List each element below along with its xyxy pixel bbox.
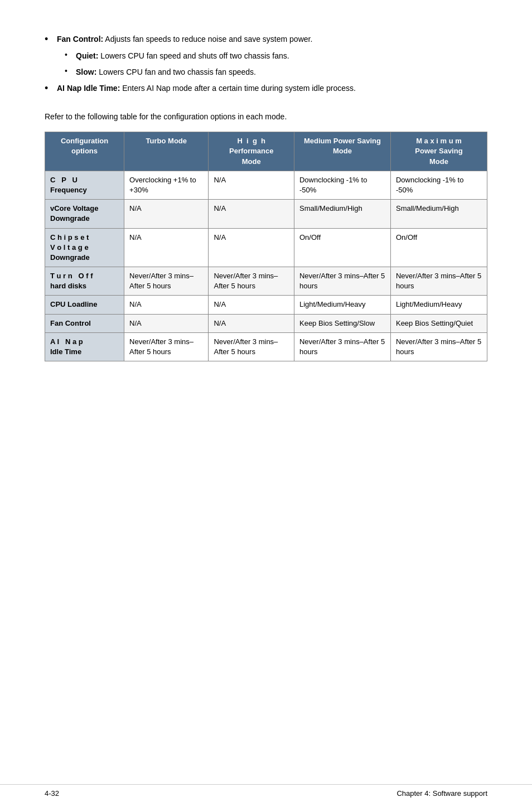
- table-row-cpu-loadline: CPU Loadline N/A N/A Light/Medium/Heavy …: [45, 296, 487, 314]
- td-label-chipset: C h i p s e tV o l t a g eDowngrade: [45, 228, 124, 267]
- td-high-vcore: N/A: [209, 200, 294, 228]
- td-max-loadline: Light/Medium/Heavy: [390, 296, 487, 314]
- table-header-row: Configuration options Turbo Mode H i g h…: [45, 132, 487, 171]
- td-label-turn-off: T u r n O f fhard disks: [45, 267, 124, 296]
- td-medium-fan: Keep Bios Setting/Slow: [294, 314, 390, 332]
- td-high-fan: N/A: [209, 314, 294, 332]
- config-table: Configuration options Turbo Mode H i g h…: [45, 132, 487, 361]
- table-row-cpu-freq: C P UFrequency Overclocking +1% to +30% …: [45, 171, 487, 199]
- td-max-ainap: Never/After 3 mins–After 5 hours: [390, 332, 487, 361]
- refer-paragraph: Refer to the following table for the con…: [45, 111, 487, 123]
- th-config-options: Configuration options: [45, 132, 124, 171]
- td-turbo-cpu-freq: Overclocking +1% to +30%: [124, 171, 209, 199]
- td-turbo-turn-off: Never/After 3 mins–After 5 hours: [124, 267, 209, 296]
- td-max-turn-off: Never/After 3 mins–After 5 hours: [390, 267, 487, 296]
- table-row-fan-control: Fan Control N/A N/A Keep Bios Setting/Sl…: [45, 314, 487, 332]
- td-medium-vcore: Small/Medium/High: [294, 200, 390, 228]
- footer-chapter: Chapter 4: Software support: [396, 789, 487, 798]
- bullet-sub-label: Quiet:: [76, 51, 98, 60]
- bullet-label-2: AI Nap Idle Time:: [57, 84, 120, 93]
- td-label-ainap: A I N a pIdle Time: [45, 332, 124, 361]
- bullet-sub-text-2: Slow: Lowers CPU fan and two chassis fan…: [76, 66, 256, 78]
- bullet-desc-2: Enters AI Nap mode after a certain time …: [120, 84, 356, 93]
- bullet-sub-dot: •: [65, 50, 74, 60]
- bullet-list: • Fan Control: Adjusts fan speeds to red…: [45, 33, 487, 94]
- bullet-sub-dot-2: •: [65, 66, 74, 76]
- bullet-dot-2: •: [45, 83, 55, 95]
- bullet-sub-label-2: Slow:: [76, 67, 96, 76]
- td-turbo-loadline: N/A: [124, 296, 209, 314]
- bullet-text-2: AI Nap Idle Time: Enters AI Nap mode aft…: [57, 83, 356, 94]
- td-high-ainap: Never/After 3 mins–After 5 hours: [209, 332, 294, 361]
- td-max-fan: Keep Bios Setting/Quiet: [390, 314, 487, 332]
- th-medium-power: Medium Power Saving Mode: [294, 132, 390, 171]
- td-max-chipset: On/Off: [390, 228, 487, 267]
- td-medium-ainap: Never/After 3 mins–After 5 hours: [294, 332, 390, 361]
- bullet-dot: •: [45, 33, 55, 46]
- td-high-cpu-freq: N/A: [209, 171, 294, 199]
- td-high-turn-off: Never/After 3 mins–After 5 hours: [209, 267, 294, 296]
- bullet-item-quiet: • Quiet: Lowers CPU fan speed and shuts …: [65, 50, 487, 62]
- bullet-item-slow: • Slow: Lowers CPU fan and two chassis f…: [65, 66, 487, 78]
- td-label-fan-control: Fan Control: [45, 314, 124, 332]
- td-high-loadline: N/A: [209, 296, 294, 314]
- td-medium-chipset: On/Off: [294, 228, 390, 267]
- bullet-label: Fan Control:: [57, 35, 103, 44]
- td-label-cpu-freq: C P UFrequency: [45, 171, 124, 199]
- td-turbo-vcore: N/A: [124, 200, 209, 228]
- td-label-vcore: vCore Voltage Downgrade: [45, 200, 124, 228]
- td-medium-turn-off: Never/After 3 mins–After 5 hours: [294, 267, 390, 296]
- bullet-item-fan-control: • Fan Control: Adjusts fan speeds to red…: [45, 33, 487, 46]
- bullet-item-ainap: • AI Nap Idle Time: Enters AI Nap mode a…: [45, 83, 487, 95]
- td-turbo-chipset: N/A: [124, 228, 209, 267]
- bullet-desc: Adjusts fan speeds to reduce noise and s…: [103, 35, 312, 44]
- bullet-sub-desc-2: Lowers CPU fan and two chassis fan speed…: [96, 67, 256, 76]
- bullet-sub-text: Quiet: Lowers CPU fan speed and shuts of…: [76, 50, 289, 62]
- td-max-vcore: Small/Medium/High: [390, 200, 487, 228]
- footer-bar: 4-32 Chapter 4: Software support: [0, 784, 532, 802]
- footer-page-number: 4-32: [45, 789, 59, 798]
- bullet-sub-desc: Lowers CPU fan speed and shuts off two c…: [98, 51, 289, 60]
- table-row-ainap: A I N a pIdle Time Never/After 3 mins–Af…: [45, 332, 487, 361]
- td-medium-loadline: Light/Medium/Heavy: [294, 296, 390, 314]
- td-max-cpu-freq: Downclocking -1% to -50%: [390, 171, 487, 199]
- bullet-text: Fan Control: Adjusts fan speeds to reduc…: [57, 33, 312, 45]
- table-row-chipset: C h i p s e tV o l t a g eDowngrade N/A …: [45, 228, 487, 267]
- table-row-turn-off: T u r n O f fhard disks Never/After 3 mi…: [45, 267, 487, 296]
- th-maximum-power: M a x i m u mPower SavingMode: [390, 132, 487, 171]
- td-turbo-fan: N/A: [124, 314, 209, 332]
- th-turbo-mode: Turbo Mode: [124, 132, 209, 171]
- td-turbo-ainap: Never/After 3 mins–After 5 hours: [124, 332, 209, 361]
- td-label-cpu-loadline: CPU Loadline: [45, 296, 124, 314]
- table-row-vcore: vCore Voltage Downgrade N/A N/A Small/Me…: [45, 200, 487, 228]
- td-medium-cpu-freq: Downclocking -1% to -50%: [294, 171, 390, 199]
- th-high-performance: H i g hPerformanceMode: [209, 132, 294, 171]
- td-high-chipset: N/A: [209, 228, 294, 267]
